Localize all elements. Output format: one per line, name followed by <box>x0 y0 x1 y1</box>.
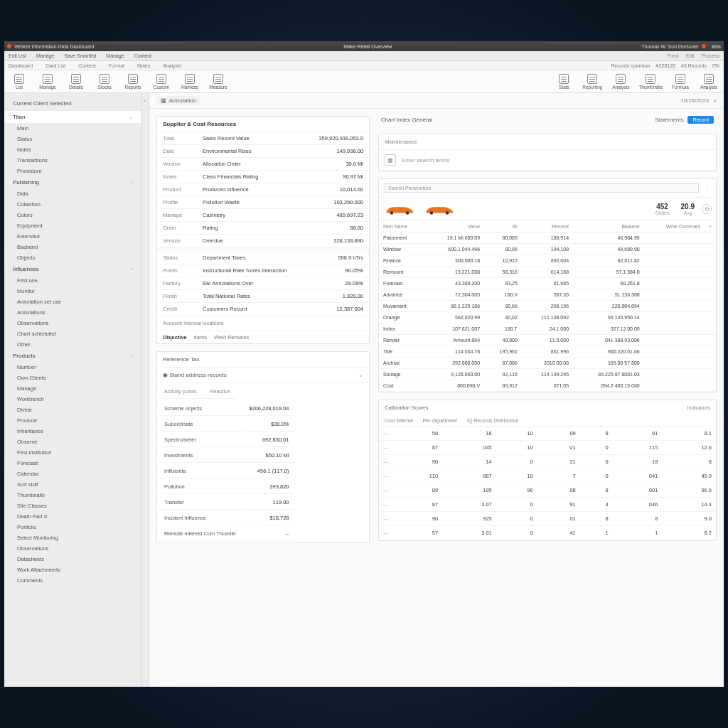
table-row[interactable]: Orange582,820.9980,02111.108.09293 145.9… <box>379 312 716 323</box>
sidebar-item[interactable]: Divide <box>4 405 141 415</box>
menu-item[interactable]: Save Smartlist <box>64 53 96 58</box>
add-column-icon[interactable]: + <box>705 221 716 232</box>
record-button[interactable]: Record <box>687 116 714 124</box>
menu-item[interactable]: Manage <box>36 53 54 58</box>
sidebar-item[interactable]: Transactions <box>4 155 141 166</box>
table-row[interactable]: Forecast43,389.20083,2561,98560.261.8 <box>379 278 716 289</box>
breadcrumb-pill[interactable]: ▦ Annotation <box>156 96 200 105</box>
sidebar-item[interactable]: Collection <box>4 199 141 210</box>
sidebar-item[interactable]: Portfolio <box>4 522 141 532</box>
search-placeholder[interactable]: Enter search terms <box>402 157 450 164</box>
ribbon-button[interactable]: Details <box>65 74 87 90</box>
menu-right-item[interactable]: Process <box>702 53 719 58</box>
sidebar-item[interactable]: Extended <box>4 231 141 242</box>
table-row[interactable]: Archive292.000.00087,0862010 00.08165.00… <box>379 358 716 369</box>
table-row[interactable]: Finance300,000.1810,915892,60482,811.82 <box>379 255 716 267</box>
search-input[interactable]: Search Parameters <box>385 183 699 193</box>
menu-item[interactable]: Content <box>134 53 152 58</box>
subbar-item[interactable]: Dashboard <box>9 63 33 68</box>
sidebar-item[interactable]: Other <box>4 339 141 350</box>
sidebar-item[interactable]: Observations <box>4 543 141 554</box>
filter-icon[interactable]: ⋮ <box>705 185 710 191</box>
indicators-link[interactable]: Indicators <box>687 405 710 411</box>
chevron-down-icon[interactable]: ⌄ <box>358 372 363 378</box>
sidebar-item[interactable]: Number <box>4 362 141 373</box>
ribbon-button[interactable]: List <box>9 74 30 90</box>
col-header[interactable]: Write Dominant <box>644 221 705 232</box>
sidebar-item[interactable]: Equipment <box>4 220 141 231</box>
ribbon-button[interactable]: Formula <box>670 74 691 90</box>
tab[interactable]: Objective <box>163 334 187 341</box>
table-row[interactable]: Remount19,221.00858,316614,16857.1 384.0 <box>379 267 716 278</box>
ribbon-button[interactable]: Reporting <box>582 74 603 90</box>
sidebar-item[interactable]: Datasheets <box>4 554 141 564</box>
sidebar-section[interactable]: Products› <box>4 350 141 362</box>
sidebar-item[interactable]: Procedure <box>4 166 141 176</box>
sidebar-item[interactable]: Data <box>4 188 141 199</box>
sidebar-item[interactable]: Select Monitoring <box>4 532 141 543</box>
col-header[interactable]: Item Name <box>379 221 425 232</box>
sidebar-item[interactable]: Inheritance <box>4 426 141 437</box>
menu-right-item[interactable]: Edit <box>686 53 695 58</box>
table-row[interactable]: Cost800.090.V89,912071.05094.2 400.15 08… <box>379 380 716 392</box>
gear-icon[interactable]: ⚙ <box>702 204 712 214</box>
table-row[interactable]: Advance72,304.005180.V507.3551.136 300 <box>379 289 716 301</box>
sidebar-item[interactable]: Thumbnails <box>4 490 141 500</box>
menu-right-item[interactable]: Fund <box>668 53 679 58</box>
sidebar-item[interactable]: Death Part II <box>4 511 141 522</box>
sidebar-item[interactable]: Colors <box>4 210 141 220</box>
statements-link[interactable]: Statements <box>655 117 683 123</box>
sidebar-section[interactable]: Publishing› <box>4 176 141 188</box>
col-header[interactable]: Percent <box>522 221 573 232</box>
sidebar-section[interactable]: Influences› <box>4 263 141 275</box>
sidebar-item[interactable]: Main <box>4 123 141 134</box>
table-row[interactable]: Placement19.1 Mi 600.0980,085189,91446,9… <box>379 232 716 244</box>
sidebar-item[interactable]: Comments <box>4 575 141 586</box>
sidebar-item[interactable]: Calendar <box>4 469 141 479</box>
ribbon-button[interactable]: Analysis <box>610 74 631 90</box>
sidebar-collapse-handle[interactable]: ✓ <box>142 93 149 687</box>
sidebar-item[interactable]: Chart scheduled <box>4 328 141 339</box>
sidebar-item[interactable]: Own Clients <box>4 373 141 383</box>
table-row[interactable]: Movement86.1 225.10680,66268.196220.004.… <box>379 301 716 312</box>
table-row[interactable]: Storage9,120.660.0092,116114 149.29589.2… <box>379 369 716 380</box>
sidebar-item[interactable]: Workbench <box>4 394 141 405</box>
subbar-item[interactable]: Card List <box>46 63 65 68</box>
sidebar-item[interactable]: Backend <box>4 242 141 252</box>
sidebar-section[interactable]: Titan⌄ <box>4 111 141 123</box>
sidebar-item[interactable]: Observe <box>4 437 141 447</box>
col-header[interactable]: Value <box>425 221 484 232</box>
sidebar-item[interactable]: Monitor <box>4 286 141 296</box>
sidebar-item[interactable]: Site Classes <box>4 500 141 511</box>
sidebar-item[interactable]: Objects <box>4 252 141 263</box>
ribbon-button[interactable]: Manage <box>37 74 58 90</box>
subbar-item[interactable]: Format <box>109 63 124 68</box>
subbar-item[interactable]: Notes <box>137 63 150 68</box>
subbar-item[interactable]: Content <box>78 63 96 68</box>
ribbon-button[interactable]: Stats <box>553 74 574 90</box>
ribbon-button[interactable]: Thumbnails <box>638 74 663 90</box>
sidebar-item[interactable]: First use <box>4 275 141 286</box>
sidebar-item[interactable]: Notes <box>4 144 141 155</box>
sidebar-item[interactable]: Annotation set use <box>4 296 141 307</box>
toggle-row[interactable]: ◉ Stand address records <box>163 372 227 378</box>
sidebar-item[interactable]: Status <box>4 134 141 144</box>
tab[interactable]: Weld Remarks <box>214 334 249 341</box>
table-row[interactable]: Title114 034.78195,961861.996900.220.61.… <box>379 346 716 358</box>
ribbon-button[interactable]: Analysis <box>698 74 719 90</box>
ribbon-button[interactable]: Custom <box>151 74 172 90</box>
tab[interactable]: Items <box>194 334 207 341</box>
ribbon-button[interactable]: Harness <box>179 74 200 90</box>
grid-icon[interactable]: ▦ <box>385 154 396 166</box>
sidebar-item[interactable]: Produce <box>4 415 141 426</box>
sidebar-item[interactable]: Manage <box>4 383 141 394</box>
sidebar-item[interactable]: Forecast <box>4 458 141 469</box>
close-icon[interactable]: × <box>713 97 717 104</box>
ribbon-button[interactable]: Reports <box>122 74 144 90</box>
table-row[interactable]: RenderAmount.06440,80011.0.000041 388.93… <box>379 335 716 346</box>
menu-item[interactable]: Edit List <box>9 53 26 58</box>
sidebar-item[interactable]: Annotations <box>4 307 141 318</box>
col-header[interactable]: Balance <box>573 221 644 232</box>
table-row[interactable]: Window690.1 044.49680,96194,10849,689.90 <box>379 244 716 255</box>
ribbon-button[interactable]: Stocks <box>94 74 115 90</box>
